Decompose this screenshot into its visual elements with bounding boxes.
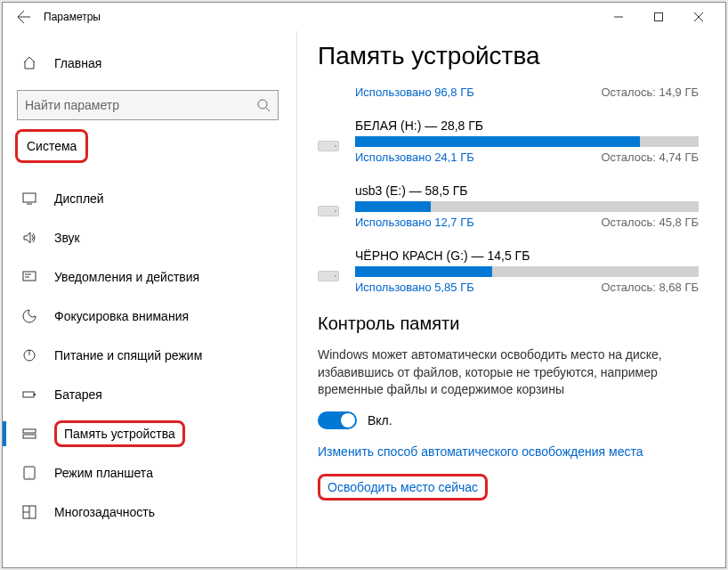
page-title: Память устройства bbox=[318, 42, 699, 70]
drive-name: ЧЁРНО КРАСН (G:) — 14,5 ГБ bbox=[355, 248, 699, 263]
remaining-label: Осталось: 4,74 ГБ bbox=[601, 151, 699, 164]
drive-name: usb3 (E:) — 58,5 ГБ bbox=[355, 183, 699, 198]
storage-icon bbox=[19, 427, 40, 441]
change-auto-free-link[interactable]: Изменить способ автоматического освобожд… bbox=[318, 444, 643, 459]
sidebar: Главная Найти параметр Система Дисплей bbox=[3, 31, 296, 567]
usage-bar bbox=[355, 266, 699, 277]
back-button[interactable] bbox=[10, 3, 38, 31]
content-pane: Память устройства Использовано 96,8 ГБ О… bbox=[296, 31, 725, 567]
window-title: Параметры bbox=[44, 11, 598, 23]
used-link[interactable]: Использовано 5,85 ГБ bbox=[355, 281, 474, 294]
storage-sense-toggle[interactable] bbox=[318, 411, 357, 429]
nav-notifications[interactable]: Уведомления и действия bbox=[12, 257, 287, 297]
remaining-label: Осталось: 8,68 ГБ bbox=[601, 281, 699, 294]
battery-icon bbox=[19, 387, 40, 402]
drive-h: БЕЛАЯ (H:) — 28,8 ГБ Использовано 24,1 Г… bbox=[318, 118, 699, 164]
nav-battery[interactable]: Батарея bbox=[12, 375, 287, 414]
window-controls bbox=[598, 4, 718, 30]
svg-rect-6 bbox=[34, 394, 36, 395]
nav-sound[interactable]: Звук bbox=[12, 218, 287, 257]
svg-rect-2 bbox=[23, 193, 36, 202]
settings-window: Параметры Главная Найти параметр bbox=[2, 2, 726, 568]
svg-rect-3 bbox=[23, 272, 36, 281]
focus-icon bbox=[19, 309, 40, 323]
usage-bar bbox=[355, 201, 699, 212]
drive-icon bbox=[318, 141, 339, 151]
section-system[interactable]: Система bbox=[15, 129, 88, 163]
home-label: Главная bbox=[54, 56, 101, 70]
notifications-icon bbox=[19, 270, 40, 284]
svg-point-1 bbox=[258, 100, 267, 109]
drive-name: БЕЛАЯ (H:) — 28,8 ГБ bbox=[355, 118, 699, 133]
svg-point-10 bbox=[29, 477, 30, 478]
power-icon bbox=[19, 348, 40, 362]
sound-icon bbox=[19, 231, 40, 245]
search-placeholder: Найти параметр bbox=[25, 98, 256, 112]
svg-rect-5 bbox=[23, 392, 34, 397]
storage-sense-desc: Windows может автоматически освободить м… bbox=[318, 346, 699, 399]
used-link[interactable]: Использовано 12,7 ГБ bbox=[355, 216, 474, 229]
free-up-now-link[interactable]: Освободить место сейчас bbox=[318, 474, 488, 501]
home-link[interactable]: Главная bbox=[12, 45, 287, 81]
drive-g: ЧЁРНО КРАСН (G:) — 14,5 ГБ Использовано … bbox=[318, 248, 699, 294]
nav-tablet[interactable]: Режим планшета bbox=[12, 453, 287, 493]
storage-sense-heading: Контроль памяти bbox=[318, 314, 699, 334]
nav-power[interactable]: Питание и спящий режим bbox=[12, 336, 287, 375]
nav-display[interactable]: Дисплей bbox=[12, 179, 287, 218]
maximize-button[interactable] bbox=[638, 4, 678, 30]
svg-rect-0 bbox=[654, 13, 662, 21]
remaining-label: Осталось: 45,8 ГБ bbox=[601, 216, 699, 229]
search-input[interactable]: Найти параметр bbox=[17, 90, 279, 120]
multitask-icon bbox=[19, 505, 40, 519]
titlebar: Параметры bbox=[3, 3, 725, 31]
remaining-label: Осталось: 14,9 ГБ bbox=[601, 86, 699, 99]
display-icon bbox=[19, 191, 40, 206]
used-link[interactable]: Использовано 24,1 ГБ bbox=[355, 151, 474, 164]
svg-rect-7 bbox=[23, 429, 36, 433]
close-button[interactable] bbox=[678, 4, 718, 30]
nav-storage[interactable]: Память устройства bbox=[12, 414, 287, 453]
svg-rect-8 bbox=[23, 435, 36, 438]
tablet-icon bbox=[19, 466, 40, 480]
drive-icon bbox=[318, 271, 339, 281]
used-link[interactable]: Использовано 96,8 ГБ bbox=[355, 86, 474, 99]
drive-system: Использовано 96,8 ГБ Осталось: 14,9 ГБ bbox=[318, 76, 699, 99]
nav-focus[interactable]: Фокусировка внимания bbox=[12, 297, 287, 336]
nav-list: Дисплей Звук Уведомления и действия Фоку… bbox=[12, 179, 287, 532]
drive-icon bbox=[318, 206, 339, 216]
toggle-label: Вкл. bbox=[368, 413, 392, 428]
usage-bar bbox=[355, 136, 699, 147]
search-icon bbox=[256, 98, 271, 112]
minimize-button[interactable] bbox=[598, 4, 638, 30]
drive-e: usb3 (E:) — 58,5 ГБ Использовано 12,7 ГБ… bbox=[318, 183, 699, 229]
home-icon bbox=[19, 56, 40, 70]
nav-multitask[interactable]: Многозадачность bbox=[12, 493, 287, 532]
